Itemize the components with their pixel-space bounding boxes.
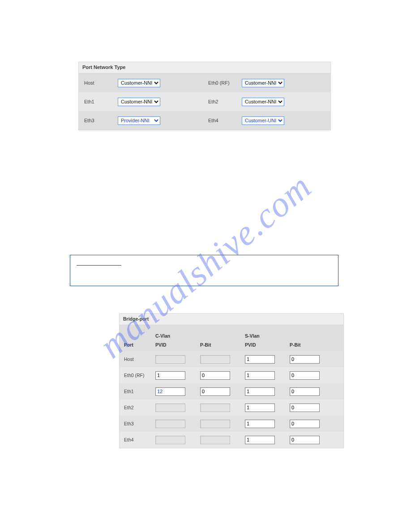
pnt-label-eth2: Eth2 bbox=[203, 99, 242, 104]
pnt-label-eth1: Eth1 bbox=[79, 99, 118, 104]
bridge-port-title: Bridge-port bbox=[120, 314, 343, 325]
bp-spvid-input[interactable] bbox=[245, 420, 275, 428]
bp-spbit-input[interactable] bbox=[290, 420, 320, 428]
bp-spbit-input[interactable] bbox=[290, 371, 320, 380]
pnt-ctl: Customer-NNI bbox=[118, 98, 203, 106]
bridge-port-panel: Bridge-port C-Vlan S-Vlan Port PVID P-Bi… bbox=[119, 313, 344, 448]
pnt-label-eth0: Eth0 (RF) bbox=[203, 80, 242, 86]
host-network-type-select[interactable]: Customer-NNI bbox=[118, 79, 160, 87]
bp-row: Host bbox=[120, 351, 343, 367]
bp-spvid-input[interactable] bbox=[245, 387, 275, 396]
bp-port-label: Eth2 bbox=[124, 405, 155, 410]
bp-col-header-row: Port PVID P-Bit PVID P-Bit bbox=[120, 339, 343, 351]
bp-spvid-input[interactable] bbox=[245, 371, 275, 380]
bp-col-spvid: PVID bbox=[245, 342, 290, 348]
bp-spbit-input[interactable] bbox=[290, 403, 320, 412]
eth4-network-type-select[interactable]: Customer-UNI bbox=[242, 116, 284, 125]
bp-cpbit-input[interactable] bbox=[200, 355, 230, 364]
pnt-row: Eth1 Customer-NNI Eth2 Customer-NNI bbox=[79, 92, 330, 111]
bp-spvid-input[interactable] bbox=[245, 355, 275, 364]
pnt-ctl: Customer-NNI bbox=[242, 98, 327, 106]
bp-group-svlan: S-Vlan bbox=[245, 333, 334, 339]
pnt-label-eth4: Eth4 bbox=[203, 118, 242, 123]
bp-spvid-input[interactable] bbox=[245, 436, 275, 444]
bp-port-label: Eth1 bbox=[124, 389, 155, 394]
port-network-type-panel: Port Network Type Host Customer-NNI Eth0… bbox=[78, 62, 331, 130]
pnt-ctl: Provider-NNI bbox=[118, 116, 203, 125]
bp-spvid-input[interactable] bbox=[245, 403, 275, 412]
bp-row: Eth3 bbox=[120, 416, 343, 432]
pnt-row: Host Customer-NNI Eth0 (RF) Customer-NNI bbox=[79, 73, 330, 92]
bp-cpvid-input[interactable] bbox=[155, 355, 185, 364]
bp-cpbit-input[interactable] bbox=[200, 371, 230, 380]
bp-row: Eth1 bbox=[120, 383, 343, 399]
bridge-port-body: C-Vlan S-Vlan Port PVID P-Bit PVID P-Bit… bbox=[120, 325, 343, 448]
bp-cpbit-input[interactable] bbox=[200, 436, 230, 444]
bp-spbit-input[interactable] bbox=[290, 436, 320, 444]
bp-cpvid-input[interactable] bbox=[155, 420, 185, 428]
pnt-label-host: Host bbox=[79, 80, 118, 86]
eth0-network-type-select[interactable]: Customer-NNI bbox=[242, 79, 284, 87]
bp-port-label: Eth4 bbox=[124, 437, 155, 442]
bp-group-header-row: C-Vlan S-Vlan bbox=[120, 325, 343, 339]
bp-cpvid-input[interactable] bbox=[155, 436, 185, 444]
bp-cpvid-input[interactable] bbox=[155, 403, 185, 412]
bp-port-label: Eth0 (RF) bbox=[124, 373, 155, 378]
pnt-ctl: Customer-NNI bbox=[118, 79, 203, 87]
bp-col-cpbit: P-Bit bbox=[200, 342, 245, 348]
bp-row: Eth4 bbox=[120, 432, 343, 448]
bp-cpbit-input[interactable] bbox=[200, 420, 230, 428]
bp-spbit-input[interactable] bbox=[290, 387, 320, 396]
callout-box bbox=[70, 255, 338, 286]
bp-cpvid-input[interactable] bbox=[155, 387, 185, 396]
bp-col-spbit: P-Bit bbox=[290, 342, 334, 348]
bp-col-cpvid: PVID bbox=[155, 342, 200, 348]
bp-cpbit-input[interactable] bbox=[200, 403, 230, 412]
bp-row: Eth2 bbox=[120, 399, 343, 416]
eth2-network-type-select[interactable]: Customer-NNI bbox=[242, 98, 284, 106]
port-network-type-title: Port Network Type bbox=[79, 62, 330, 73]
pnt-ctl: Customer-NNI bbox=[242, 79, 327, 87]
port-network-type-body: Host Customer-NNI Eth0 (RF) Customer-NNI… bbox=[79, 73, 330, 130]
bp-port-label: Eth3 bbox=[124, 421, 155, 426]
bp-col-port: Port bbox=[124, 342, 155, 348]
pnt-label-eth3: Eth3 bbox=[79, 118, 118, 123]
bp-port-label: Host bbox=[124, 356, 155, 362]
pnt-row: Eth3 Provider-NNI Eth4 Customer-UNI bbox=[79, 111, 330, 130]
eth1-network-type-select[interactable]: Customer-NNI bbox=[118, 98, 160, 106]
bp-row: Eth0 (RF) bbox=[120, 367, 343, 383]
eth3-network-type-select[interactable]: Provider-NNI bbox=[118, 116, 160, 125]
bp-cpvid-input[interactable] bbox=[155, 371, 185, 380]
bp-spbit-input[interactable] bbox=[290, 355, 320, 364]
pnt-ctl: Customer-UNI bbox=[242, 116, 327, 125]
bp-group-cvlan: C-Vlan bbox=[155, 333, 245, 339]
bp-cpbit-input[interactable] bbox=[200, 387, 230, 396]
callout-underline bbox=[77, 265, 121, 266]
